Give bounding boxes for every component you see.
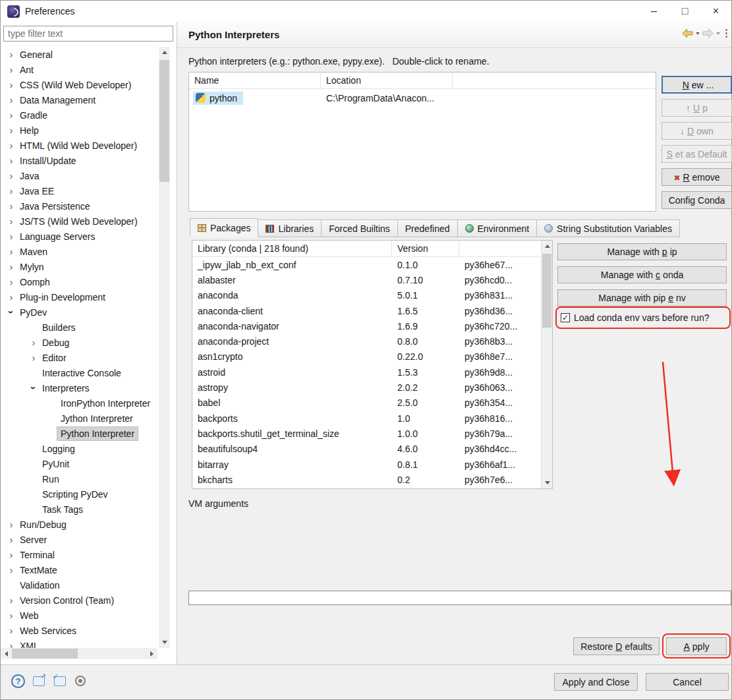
sidebar-item-pyunit[interactable]: PyUnit bbox=[1, 456, 159, 471]
package-row[interactable]: _ipyw_jlab_nb_ext_conf0.1.0py36he67... bbox=[192, 257, 541, 272]
up-button[interactable]: Up bbox=[662, 99, 732, 117]
sidebar-item-data-management[interactable]: Data Management bbox=[1, 92, 159, 107]
scroll-up-icon[interactable] bbox=[542, 241, 553, 252]
chevron-right-icon[interactable] bbox=[6, 186, 16, 196]
chevron-down-icon[interactable] bbox=[6, 307, 16, 317]
chevron-right-icon[interactable] bbox=[6, 550, 16, 560]
chevron-right-icon[interactable] bbox=[6, 49, 16, 59]
cancel-button[interactable]: Cancel bbox=[646, 673, 729, 691]
package-row[interactable]: bitarray0.8.1py36h6af1... bbox=[192, 457, 541, 472]
sidebar-item-general[interactable]: General bbox=[1, 47, 159, 62]
back-icon[interactable] bbox=[682, 28, 693, 38]
sidebar-item-ironpython-interpreter[interactable]: IronPython Interpreter bbox=[1, 395, 159, 411]
sidebar-item-css[interactable]: CSS (Wild Web Developer) bbox=[1, 77, 159, 92]
chevron-right-icon[interactable] bbox=[6, 626, 16, 635]
chevron-right-icon[interactable] bbox=[6, 80, 16, 90]
sidebar-item-editor[interactable]: Editor bbox=[1, 350, 159, 365]
sidebar-item-gradle[interactable]: Gradle bbox=[1, 107, 159, 123]
chevron-right-icon[interactable] bbox=[6, 292, 16, 302]
apply-and-close-button[interactable]: Apply and Close bbox=[554, 673, 638, 691]
config-conda-button[interactable]: Config Conda bbox=[662, 191, 732, 209]
sidebar-item-pydev[interactable]: PyDev bbox=[1, 305, 159, 320]
package-row[interactable]: anaconda-client1.6.5py36hd36... bbox=[192, 303, 541, 318]
sidebar-item-builders[interactable]: Builders bbox=[1, 320, 159, 335]
tab-string-substitution-variables[interactable]: String Substitution Variables bbox=[537, 219, 680, 237]
column-header-name[interactable]: Name bbox=[189, 73, 321, 88]
sidebar-item-xml[interactable]: XML bbox=[1, 638, 159, 648]
sidebar-item-maven[interactable]: Maven bbox=[1, 244, 159, 259]
forward-history-dropdown-icon[interactable] bbox=[716, 32, 720, 35]
new-button[interactable]: New ... bbox=[662, 76, 732, 94]
column-header-library[interactable]: Library (conda | 218 found) bbox=[192, 241, 392, 256]
package-row[interactable]: bkcharts0.2py36h7e6... bbox=[192, 472, 541, 487]
tab-packages[interactable]: Packages bbox=[190, 218, 258, 237]
maximize-button[interactable]: □ bbox=[669, 1, 700, 22]
tree-vertical-scrollbar[interactable] bbox=[159, 47, 170, 648]
sidebar-item-python-interpreter[interactable]: Python Interpreter bbox=[1, 426, 159, 441]
sidebar-item-debug[interactable]: Debug bbox=[1, 335, 159, 350]
package-row[interactable]: backports1.0py36h816... bbox=[192, 411, 541, 426]
vm-arguments-input[interactable] bbox=[188, 591, 731, 605]
apply-button[interactable]: Apply bbox=[666, 637, 727, 655]
minimize-button[interactable]: – bbox=[638, 1, 669, 22]
set-as-default-button[interactable]: Set as Default bbox=[662, 145, 732, 163]
sidebar-item-run-debug[interactable]: Run/Debug bbox=[1, 517, 159, 532]
chevron-right-icon[interactable] bbox=[6, 535, 16, 544]
chevron-right-icon[interactable] bbox=[6, 156, 16, 165]
view-menu-icon[interactable] bbox=[725, 29, 727, 38]
scrollbar-thumb[interactable] bbox=[12, 649, 78, 658]
scrollbar-thumb[interactable] bbox=[542, 254, 551, 328]
chevron-right-icon[interactable] bbox=[6, 171, 16, 181]
sidebar-item-js-ts[interactable]: JS/TS (Wild Web Developer) bbox=[1, 214, 159, 229]
sidebar-item-run[interactable]: Run bbox=[1, 471, 159, 486]
sidebar-item-jython-interpreter[interactable]: Jython Interpreter bbox=[1, 411, 159, 426]
tree-horizontal-scrollbar[interactable] bbox=[1, 648, 157, 659]
chevron-right-icon[interactable] bbox=[6, 110, 16, 120]
sidebar-item-version-control-team[interactable]: Version Control (Team) bbox=[1, 593, 159, 608]
package-row[interactable]: anaconda-navigator1.6.9py36hc720... bbox=[192, 318, 541, 334]
sidebar-item-html[interactable]: HTML (Wild Web Developer) bbox=[1, 138, 159, 153]
chevron-right-icon[interactable] bbox=[6, 247, 16, 256]
sidebar-item-mylyn[interactable]: Mylyn bbox=[1, 259, 159, 274]
package-row[interactable]: beautifulsoup44.6.0py36hd4cc... bbox=[192, 442, 541, 457]
sidebar-item-logging[interactable]: Logging bbox=[1, 441, 159, 456]
scroll-left-icon[interactable] bbox=[1, 648, 12, 659]
back-history-dropdown-icon[interactable] bbox=[696, 32, 700, 35]
sidebar-item-validation[interactable]: Validation bbox=[1, 577, 159, 593]
sidebar-item-help[interactable]: Help bbox=[1, 123, 159, 138]
package-row[interactable]: backports.shutil_get_terminal_size1.0.0p… bbox=[192, 426, 541, 441]
sidebar-item-ant[interactable]: Ant bbox=[1, 62, 159, 77]
chevron-right-icon[interactable] bbox=[6, 201, 16, 211]
interpreter-row[interactable]: python C:\ProgramData\Anacon... bbox=[189, 89, 656, 107]
help-icon[interactable] bbox=[11, 674, 25, 688]
conda-env-checkbox[interactable]: ✓ bbox=[561, 313, 570, 322]
chevron-right-icon[interactable] bbox=[6, 216, 16, 226]
sidebar-item-terminal[interactable]: Terminal bbox=[1, 547, 159, 562]
sidebar-item-install-update[interactable]: Install/Update bbox=[1, 153, 159, 168]
sidebar-item-java[interactable]: Java bbox=[1, 168, 159, 183]
down-button[interactable]: Down bbox=[662, 122, 732, 140]
restore-defaults-button[interactable]: Restore Defaults bbox=[573, 637, 660, 655]
scroll-down-icon[interactable] bbox=[542, 477, 553, 488]
packages-vertical-scrollbar[interactable] bbox=[541, 241, 552, 488]
package-row[interactable]: astroid1.5.3py36h9d8... bbox=[192, 365, 541, 380]
chevron-right-icon[interactable] bbox=[28, 337, 39, 347]
sidebar-item-interactive-console[interactable]: Interactive Console bbox=[1, 365, 159, 380]
filter-input[interactable] bbox=[3, 26, 173, 42]
sidebar-item-textmate[interactable]: TextMate bbox=[1, 562, 159, 577]
chevron-right-icon[interactable] bbox=[6, 610, 16, 620]
column-header-location[interactable]: Location bbox=[321, 73, 453, 88]
sidebar-item-oomph[interactable]: Oomph bbox=[1, 274, 159, 289]
tab-predefined[interactable]: Predefined bbox=[398, 219, 458, 237]
sidebar-item-task-tags[interactable]: Task Tags bbox=[1, 502, 159, 517]
package-row[interactable]: alabaster0.7.10py36hcd0... bbox=[192, 272, 541, 287]
chevron-right-icon[interactable] bbox=[6, 519, 16, 529]
chevron-right-icon[interactable] bbox=[6, 140, 16, 150]
scroll-right-icon[interactable] bbox=[146, 648, 157, 659]
tab-libraries[interactable]: Libraries bbox=[258, 219, 322, 237]
sidebar-item-plug-in-development[interactable]: Plug-in Development bbox=[1, 289, 159, 305]
chevron-right-icon[interactable] bbox=[6, 65, 16, 74]
scroll-down-icon[interactable] bbox=[159, 637, 170, 648]
chevron-right-icon[interactable] bbox=[6, 565, 16, 575]
sidebar-item-server[interactable]: Server bbox=[1, 532, 159, 547]
